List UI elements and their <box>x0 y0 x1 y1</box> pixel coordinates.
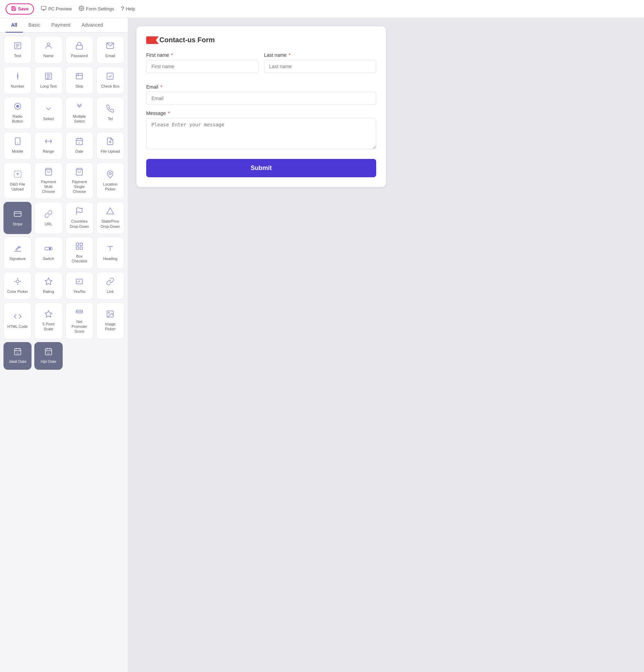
message-group: Message * <box>146 110 376 149</box>
widget-number[interactable]: Number <box>3 66 32 94</box>
widget-file-upload-label: File Upload <box>101 149 120 154</box>
widget-5-point-scale[interactable]: 5 Point Scale <box>34 302 62 339</box>
stripe-icon <box>14 210 22 219</box>
widget-box-checklist[interactable]: Box Checklist <box>65 237 94 269</box>
message-label: Message * <box>146 110 376 116</box>
widget-checkbox[interactable]: Check Box <box>96 66 124 94</box>
last-name-input[interactable] <box>264 60 376 73</box>
pc-preview-button[interactable]: PC Preview <box>41 6 72 12</box>
save-icon <box>11 6 16 12</box>
widget-location-picker[interactable]: Location Picker <box>96 162 124 199</box>
widget-link[interactable]: Link <box>96 272 124 299</box>
help-button[interactable]: ? Help <box>121 6 135 12</box>
widget-password[interactable]: Password <box>65 36 94 64</box>
widget-dnd-file-upload[interactable]: D&D File Upload <box>3 162 32 199</box>
widget-rating[interactable]: Rating <box>34 272 62 299</box>
color-picker-icon <box>14 277 22 287</box>
help-label: Help <box>126 6 135 11</box>
widget-mobile[interactable]: Mobile <box>3 132 32 160</box>
save-button[interactable]: Save <box>6 3 34 15</box>
widget-yes-no[interactable]: Yes/No <box>65 272 94 299</box>
widget-payment-multi[interactable]: Payment Multi Choose <box>34 162 62 199</box>
last-name-required: * <box>289 52 290 58</box>
email-required: * <box>160 84 162 90</box>
tab-basic[interactable]: Basic <box>23 18 46 33</box>
widget-hijri-date[interactable]: 19 Hijri Date <box>34 342 62 370</box>
widget-countries-label: Countries Drop-Down <box>69 219 90 229</box>
widget-date-label: Date <box>76 149 83 154</box>
tab-advanced[interactable]: Advanced <box>76 18 108 33</box>
widget-countries-dropdown[interactable]: Countries Drop-Down <box>65 202 94 234</box>
form-settings-button[interactable]: Form Settings <box>79 6 114 12</box>
widget-select[interactable]: Select <box>34 97 62 129</box>
state-icon <box>106 207 114 217</box>
widget-html-code[interactable]: HTML Code <box>3 302 32 339</box>
widget-file-upload[interactable]: File Upload <box>96 132 124 160</box>
widget-date[interactable]: 19 Date <box>65 132 94 160</box>
name-icon <box>44 42 53 51</box>
email-input[interactable] <box>146 92 376 105</box>
widget-box-checklist-label: Box Checklist <box>69 254 90 264</box>
widget-multiple-select[interactable]: Multiple Select <box>65 97 94 129</box>
heading-icon <box>106 244 114 254</box>
widget-state-dropdown[interactable]: State/Prov Drop-Down <box>96 202 124 234</box>
message-required: * <box>168 110 170 116</box>
location-icon <box>106 170 114 180</box>
radio-icon <box>14 102 22 112</box>
svg-point-53 <box>17 284 18 285</box>
widget-text[interactable]: Text <box>3 36 32 64</box>
widget-color-picker[interactable]: Color Picker <box>3 272 32 299</box>
widget-number-label: Number <box>11 84 24 89</box>
widget-switch[interactable]: Switch <box>34 237 62 269</box>
widget-step[interactable]: Step <box>65 66 94 94</box>
number-icon <box>14 72 22 82</box>
tab-all[interactable]: All <box>6 18 23 33</box>
svg-rect-18 <box>76 73 82 79</box>
widget-image-picker-label: Image Picker <box>99 322 121 332</box>
switch-icon <box>44 244 53 254</box>
first-name-input[interactable] <box>146 60 258 73</box>
widget-name[interactable]: Name <box>34 36 62 64</box>
widget-dnd-label: D&D File Upload <box>7 182 28 192</box>
countries-icon <box>75 207 83 217</box>
svg-point-62 <box>108 312 109 313</box>
svg-marker-56 <box>45 278 52 285</box>
widget-range[interactable]: Range <box>34 132 62 160</box>
checkbox-icon <box>106 72 114 82</box>
widget-jalali-date[interactable]: 19 Jalali Date <box>3 342 32 370</box>
name-row: First name * Last name * <box>146 52 376 79</box>
widget-state-label: State/Prov Drop-Down <box>99 219 121 229</box>
widget-grid: Text Name Password Emai <box>0 33 128 373</box>
widget-image-picker[interactable]: Image Picker <box>96 302 124 339</box>
svg-point-54 <box>14 281 15 282</box>
widget-jalali-label: Jalali Date <box>9 359 26 364</box>
widget-nps[interactable]: Net Promoter Score <box>65 302 94 339</box>
message-input[interactable] <box>146 118 376 149</box>
widget-heading[interactable]: Heading <box>96 237 124 269</box>
widget-radio[interactable]: Radio Button <box>3 97 32 129</box>
last-name-group: Last name * <box>264 52 376 73</box>
widget-stripe[interactable]: Stripe <box>3 202 32 234</box>
widget-signature[interactable]: Signature <box>3 237 32 269</box>
svg-point-23 <box>16 105 19 108</box>
html-code-icon <box>14 312 22 322</box>
email-label: Email * <box>146 84 376 90</box>
widget-payment-single-label: Payment Single Choose <box>69 179 90 194</box>
submit-button[interactable]: Submit <box>146 159 376 177</box>
tab-payment[interactable]: Payment <box>46 18 76 33</box>
image-picker-icon <box>106 310 114 320</box>
svg-text:19: 19 <box>16 352 19 354</box>
widget-payment-single[interactable]: Payment Single Choose <box>65 162 94 199</box>
svg-point-52 <box>17 278 18 279</box>
widget-tel[interactable]: Tel <box>96 97 124 129</box>
widget-email[interactable]: Email <box>96 36 124 64</box>
widget-long-text[interactable]: Long Text <box>34 66 62 94</box>
widget-url[interactable]: URL <box>34 202 62 234</box>
svg-point-55 <box>20 281 21 282</box>
widget-range-label: Range <box>43 149 54 154</box>
widget-checkbox-label: Check Box <box>101 84 120 89</box>
svg-rect-0 <box>42 6 46 9</box>
text-icon <box>14 42 22 51</box>
svg-rect-21 <box>107 73 113 79</box>
form-preview: Contact-us Form First name * Last name * <box>136 26 386 187</box>
